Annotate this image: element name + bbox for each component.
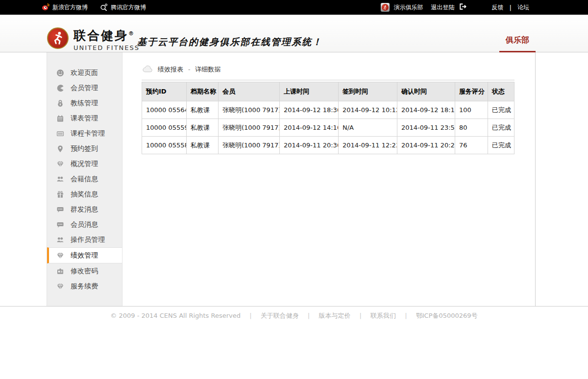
brand-block: 联合健身® UNITED FITNESS (74, 27, 140, 51)
cell-service-score: 76 (455, 137, 488, 154)
sidebar-item-lottery[interactable]: 抽奖信息 (47, 187, 122, 202)
cell-member: 张晓明(1000 7917) (219, 137, 280, 154)
sidebar-item-overview[interactable]: 概况管理 (47, 156, 122, 171)
sidebar-item-operators[interactable]: 操作员管理 (47, 232, 122, 247)
sidebar-item-label: 预约签到 (71, 144, 98, 153)
logout-label: 退出登陆 (431, 3, 455, 12)
cell-confirm-time: 2014-09-11 23:52 (397, 119, 455, 137)
forum-link[interactable]: 论坛 (517, 3, 529, 12)
topbar-right: 演示俱乐部 退出登陆 反馈 | 论坛 (381, 2, 588, 12)
breadcrumb-separator: - (188, 66, 190, 73)
logout-button[interactable]: 退出登陆 (431, 2, 466, 12)
footer-separator: | (405, 312, 407, 319)
col-header-member: 会员 (219, 82, 280, 101)
sidebar-item-label: 会籍信息 (71, 175, 98, 184)
icp-number: 鄂ICP备05000269号 (416, 312, 478, 319)
cloud-icon (142, 65, 153, 74)
sidebar-item-change-password[interactable]: 修改密码 (47, 263, 122, 279)
main-content: 绩效报表 - 详细数据 预约ID 档期名称 会员 (123, 52, 536, 306)
cell-status: 已完成 (488, 119, 514, 137)
diamond-icon (56, 283, 64, 290)
sidebar-item-service-renewal[interactable]: 服务续费 (47, 279, 122, 294)
brand-name-en: UNITED FITNESS (74, 44, 140, 51)
cell-confirm-time: 2014-09-12 18:14 (397, 101, 455, 119)
sidebar-item-broadcast-messages[interactable]: 群发消息 (47, 202, 122, 217)
sidebar-item-coaches[interactable]: 教练管理 (47, 95, 122, 111)
sidebar-item-label: 课表管理 (71, 114, 98, 123)
footer-separator: | (308, 312, 310, 319)
sidebar-item-label: 操作员管理 (71, 236, 105, 244)
sidebar-item-label: 抽奖信息 (71, 190, 98, 199)
sidebar-item-label: 教练管理 (71, 99, 98, 108)
gift-icon (56, 190, 64, 198)
id-card-icon (56, 267, 64, 275)
footer-link-contact[interactable]: 联系我们 (370, 312, 396, 319)
tencent-weibo-icon (100, 3, 108, 12)
footer-separator: | (360, 312, 362, 319)
body-area: 欢迎页面 会员管理 教练管理 课表管理 (0, 52, 588, 306)
col-header-class-time: 上课时间 (280, 82, 339, 101)
users-icon (56, 175, 64, 183)
copyright-text: © 2009 - 2014 CENS All Rights Reserved (110, 312, 241, 319)
performance-table: 预约ID 档期名称 会员 上课时间 签到时间 确认时间 服务评分 状态 1000 (142, 82, 514, 154)
cell-checkin-time: 2014-09-12 10:12 (339, 101, 397, 119)
footer: © 2009 - 2014 CENS All Rights Reserved |… (0, 306, 588, 320)
sidebar-item-label: 修改密码 (71, 267, 98, 276)
logout-icon (458, 2, 466, 12)
club-name[interactable]: 演示俱乐部 (394, 3, 423, 12)
cell-confirm-time: 2014-09-11 20:24 (397, 137, 455, 154)
sidebar-item-membership-info[interactable]: 会籍信息 (47, 171, 122, 187)
sidebar-item-course-cards[interactable]: 课程卡管理 (47, 126, 122, 141)
tencent-weibo-label: 腾讯官方微博 (111, 3, 146, 12)
table-row: 10000 05559 私教课 张晓明(1000 7917) 2014-09-1… (142, 119, 514, 137)
sidebar-item-label: 欢迎页面 (71, 69, 98, 77)
breadcrumb-page: 详细数据 (195, 65, 220, 74)
tencent-weibo-link[interactable]: 腾讯官方微博 (100, 3, 146, 12)
footer-link-pricing[interactable]: 版本与定价 (318, 312, 350, 319)
table-row: 10000 05558 私教课 张晓明(1000 7917) 2014-09-1… (142, 137, 514, 154)
cell-class-time: 2014-09-12 18:30 (280, 101, 339, 119)
col-header-checkin-time: 签到时间 (339, 82, 397, 101)
topbar: 新浪官方微博 腾讯官方微博 演示俱乐部 (0, 0, 588, 15)
tab-club[interactable]: 俱乐部 (499, 35, 536, 52)
topbar-links: 反馈 | 论坛 (492, 3, 529, 12)
cell-schedule-name: 私教课 (187, 101, 219, 119)
cell-checkin-time: N/A (339, 119, 397, 137)
cell-service-score: 80 (455, 119, 488, 137)
col-header-status: 状态 (488, 82, 514, 101)
chat-icon (56, 221, 64, 229)
brand-logo-icon (47, 27, 69, 49)
tab-club-label: 俱乐部 (499, 35, 536, 46)
sidebar-item-members[interactable]: 会员管理 (47, 80, 122, 95)
map-pin-icon (56, 145, 64, 153)
sina-weibo-link[interactable]: 新浪官方微博 (42, 3, 88, 12)
cell-member: 张晓明(1000 7917) (219, 119, 280, 137)
cell-service-score: 100 (455, 101, 488, 119)
sidebar-item-label: 会员消息 (71, 220, 98, 229)
brand-name-cn: 联合健身® (74, 27, 140, 44)
header: 联合健身® UNITED FITNESS 基于云平台的健身俱乐部在线管理系统！ … (0, 15, 588, 52)
sidebar-item-label: 群发消息 (71, 205, 98, 214)
cell-schedule-name: 私教课 (187, 137, 219, 154)
cell-schedule-name: 私教课 (187, 119, 219, 137)
sidebar-item-performance[interactable]: 绩效管理 (47, 247, 122, 263)
sina-weibo-label: 新浪官方微博 (52, 3, 88, 12)
sidebar-item-schedule[interactable]: 课表管理 (47, 111, 122, 126)
cell-booking-id: 10000 05564 (142, 101, 187, 119)
lock-icon (56, 99, 64, 107)
feedback-link[interactable]: 反馈 (492, 3, 504, 12)
sidebar-item-label: 会员管理 (71, 84, 98, 93)
col-header-confirm-time: 确认时间 (397, 82, 455, 101)
sidebar-item-welcome[interactable]: 欢迎页面 (47, 65, 122, 80)
club-mini-logo-icon (381, 3, 390, 12)
col-header-schedule-name: 档期名称 (187, 82, 219, 101)
cell-checkin-time: 2014-09-11 12:23 (339, 137, 397, 154)
sidebar-item-checkin[interactable]: 预约签到 (47, 141, 122, 156)
footer-link-about[interactable]: 关于联合健身 (261, 312, 299, 319)
cell-class-time: 2014-09-11 20:30 (280, 137, 339, 154)
footer-separator: | (249, 312, 251, 319)
sidebar-item-member-messages[interactable]: 会员消息 (47, 217, 122, 232)
cell-status: 已完成 (488, 101, 514, 119)
cell-class-time: 2014-09-12 14:10 (280, 119, 339, 137)
diamond-icon (56, 252, 64, 260)
